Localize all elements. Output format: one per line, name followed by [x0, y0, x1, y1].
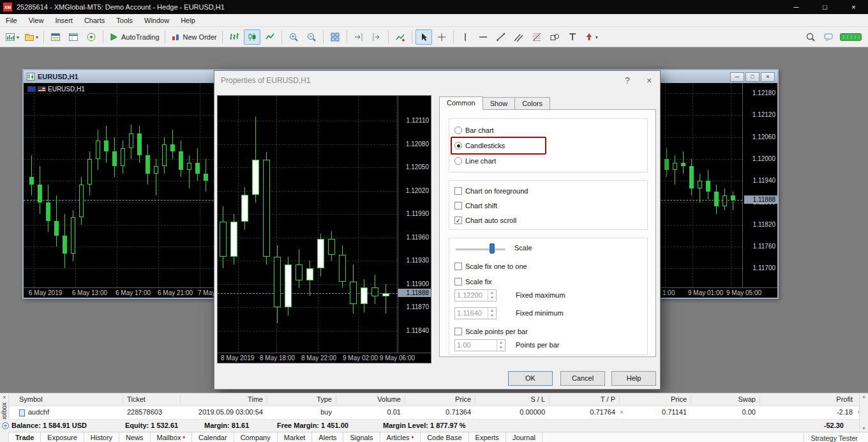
- data-window-button[interactable]: [65, 29, 82, 45]
- fibonacci-button[interactable]: [528, 29, 545, 45]
- column-header-profit[interactable]: Profit: [770, 395, 853, 403]
- new-chart-button[interactable]: ▾: [3, 29, 21, 45]
- points-per-bar-input[interactable]: 1.00▲▼: [454, 339, 505, 351]
- zoom-out-button[interactable]: [303, 29, 320, 45]
- dialog-close-button[interactable]: ×: [638, 71, 660, 90]
- search-button[interactable]: [802, 29, 819, 45]
- chart-shift-button[interactable]: [368, 29, 385, 45]
- toolbox-tab-code-base[interactable]: Code Base: [421, 432, 468, 442]
- bar-chart-button[interactable]: [226, 29, 243, 45]
- spinner-buttons[interactable]: ▲▼: [497, 340, 505, 351]
- menu-charts[interactable]: Charts: [79, 14, 110, 27]
- menu-view[interactable]: View: [23, 14, 50, 27]
- dialog-help-button[interactable]: ?: [617, 71, 638, 90]
- profiles-button[interactable]: ▾: [22, 29, 40, 45]
- checkbox-scale-fix-one-to-one[interactable]: Scale fix one to one: [454, 261, 527, 271]
- spinner-buttons[interactable]: ▲▼: [488, 290, 496, 301]
- column-header-price[interactable]: Price: [388, 395, 471, 403]
- toolbox-tab-mailbox[interactable]: Mailbox▾: [151, 432, 192, 442]
- scale-slider-track[interactable]: [456, 248, 505, 250]
- toolbox-tab-articles[interactable]: Articles▾: [380, 432, 421, 442]
- scroll-up-icon[interactable]: ▲: [860, 393, 868, 400]
- spinner-buttons[interactable]: ▲▼: [488, 308, 496, 319]
- trade-table-row[interactable]: audchf2285786032019.05.09 03:00:54buy0.0…: [9, 406, 859, 419]
- text-button[interactable]: [564, 29, 581, 45]
- app-maximize-button[interactable]: □: [811, 0, 839, 14]
- chart-minimize-button[interactable]: ─: [730, 72, 744, 82]
- scroll-down-icon[interactable]: ▼: [860, 425, 868, 432]
- tile-windows-button[interactable]: [327, 29, 343, 45]
- checkbox-scale-fix[interactable]: Scale fix: [454, 277, 492, 287]
- checkbox-chart-shift[interactable]: Chart shift: [454, 201, 497, 211]
- market-watch-button[interactable]: [47, 29, 64, 45]
- cancel-button[interactable]: Cancel: [560, 371, 605, 386]
- spin-up-icon[interactable]: ▲: [488, 290, 496, 295]
- spin-down-icon[interactable]: ▼: [488, 313, 496, 318]
- strategy-tester-label[interactable]: Strategy Tester: [804, 433, 858, 442]
- indicators-button[interactable]: [392, 29, 408, 45]
- dialog-titlebar[interactable]: Properties of EURUSD,H1 ? ×: [214, 71, 660, 90]
- toolbox-tab-calendar[interactable]: Calendar: [192, 432, 234, 442]
- checkbox-chart-auto-scroll[interactable]: ✓Chart auto scroll: [454, 215, 516, 225]
- checkbox-scale-points-per-bar[interactable]: Scale points per bar: [454, 326, 528, 337]
- equidistant-channel-button[interactable]: [511, 29, 527, 45]
- app-minimize-button[interactable]: ─: [782, 0, 811, 14]
- column-header-ticket[interactable]: Ticket: [127, 395, 146, 403]
- toolbox-tab-journal[interactable]: Journal: [506, 432, 542, 442]
- menu-help[interactable]: Help: [175, 14, 201, 27]
- spin-down-icon[interactable]: ▼: [497, 345, 505, 350]
- radio-bar-chart[interactable]: Bar chart: [454, 125, 494, 135]
- toolbox-tab-company[interactable]: Company: [234, 432, 278, 442]
- spin-up-icon[interactable]: ▲: [497, 340, 505, 345]
- column-header-t-p[interactable]: T / P: [532, 395, 615, 403]
- toolbox-tab-experts[interactable]: Experts: [469, 432, 506, 442]
- horizontal-line-button[interactable]: [475, 29, 491, 45]
- checkbox-chart-on-foreground[interactable]: Chart on foreground: [454, 186, 528, 196]
- chat-button[interactable]: [820, 29, 837, 45]
- navigator-button[interactable]: [83, 29, 100, 45]
- menu-tools[interactable]: Tools: [110, 14, 138, 27]
- price-axis[interactable]: 1.121801.121201.120601.120001.119401.118…: [742, 83, 777, 287]
- app-close-button[interactable]: ×: [839, 0, 868, 14]
- help-button[interactable]: Help: [611, 371, 656, 386]
- cursor-button[interactable]: [415, 29, 432, 45]
- radio-candlesticks[interactable]: Candlesticks: [454, 141, 505, 151]
- chart-restore-button[interactable]: □: [745, 72, 760, 82]
- arrows-button[interactable]: ▾: [582, 29, 600, 45]
- autotrading-button[interactable]: AutoTrading: [107, 29, 161, 45]
- menu-file[interactable]: File: [0, 14, 23, 27]
- toolbox-tab-exposure[interactable]: Exposure: [41, 432, 84, 442]
- tab-colors[interactable]: Colors: [514, 97, 550, 110]
- menu-insert[interactable]: Insert: [49, 14, 79, 27]
- crosshair-button[interactable]: [433, 29, 450, 45]
- toolbox-tab-trade[interactable]: Trade: [9, 432, 41, 442]
- scale-slider-thumb[interactable]: [490, 243, 495, 254]
- toolbox-tab-history[interactable]: History: [84, 432, 119, 442]
- column-header-symbol[interactable]: Symbol: [19, 395, 43, 403]
- tab-common[interactable]: Common: [439, 96, 483, 110]
- toolbox-tab-news[interactable]: News: [119, 432, 151, 442]
- menu-window[interactable]: Window: [138, 14, 175, 27]
- spin-down-icon[interactable]: ▼: [488, 295, 496, 300]
- fixed-minimum-input[interactable]: 1.11640▲▼: [454, 307, 497, 319]
- toolbox-scrollbar[interactable]: ▲ ▼: [859, 393, 868, 432]
- fixed-maximum-input[interactable]: 1.12200▲▼: [454, 289, 497, 301]
- line-chart-button[interactable]: [262, 29, 278, 45]
- radio-line-chart[interactable]: Line chart: [454, 156, 496, 166]
- remove-tp-button[interactable]: ×: [618, 408, 625, 416]
- spin-up-icon[interactable]: ▲: [488, 308, 496, 313]
- zoom-in-button[interactable]: [285, 29, 302, 45]
- trendline-button[interactable]: [493, 29, 509, 45]
- ok-button[interactable]: OK: [508, 371, 553, 386]
- toolbox-close-icon[interactable]: ×: [1, 394, 8, 400]
- tab-show[interactable]: Show: [483, 97, 516, 110]
- candlesticks-button[interactable]: [244, 29, 260, 45]
- column-header-swap[interactable]: Swap: [673, 395, 756, 403]
- chart-close-button[interactable]: ×: [761, 72, 775, 82]
- toolbox-tab-market[interactable]: Market: [278, 432, 313, 442]
- connection-status-button[interactable]: [838, 29, 864, 45]
- new-order-button[interactable]: New Order: [168, 29, 219, 45]
- toolbox-tab-signals[interactable]: Signals: [343, 432, 380, 442]
- auto-scroll-button[interactable]: [350, 29, 367, 45]
- vertical-line-button[interactable]: [457, 29, 474, 45]
